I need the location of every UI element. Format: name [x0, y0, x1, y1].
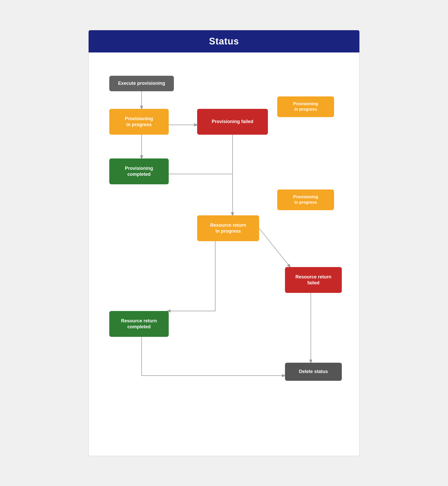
provisioning-in-progress-node: Provisioning in progress — [109, 109, 169, 135]
provisioning-in-progress-label-2: Provisioning in progress — [277, 189, 334, 210]
svg-line-4 — [259, 228, 290, 267]
page-title: Status — [89, 36, 359, 47]
delete-status-node: Delete status — [285, 363, 342, 381]
execute-provisioning-node: Execute provisioning — [109, 76, 174, 91]
diagram-container: Status — [88, 30, 360, 456]
diagram-body: Execute provisioning Provisioning in pro… — [89, 63, 359, 445]
resource-return-in-progress-node: Resource return in progress — [197, 215, 259, 241]
provisioning-failed-node: Provisioning failed — [197, 109, 268, 135]
provisioning-completed-node: Provisioning completed — [109, 158, 169, 184]
diagram-header: Status — [89, 30, 359, 52]
resource-return-completed-node: Resource return completed — [109, 311, 169, 337]
provisioning-in-progress-label-1: Provisioning in progress — [277, 96, 334, 117]
resource-return-failed-node: Resource return failed — [285, 267, 342, 293]
